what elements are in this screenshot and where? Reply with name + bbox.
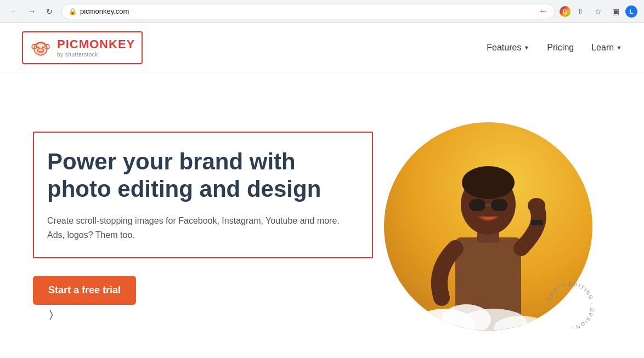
svg-rect-16 — [531, 220, 543, 225]
learn-chevron-icon: ▼ — [616, 44, 622, 51]
back-button[interactable]: ← — [7, 4, 22, 19]
hero-section: Power your brand with photo editing and … — [0, 72, 644, 358]
hero-woman-illustration — [411, 128, 565, 331]
start-free-trial-button[interactable]: Start a free trial — [33, 276, 136, 305]
logo-area[interactable]: PICMONKEY by shutterstock — [22, 31, 143, 64]
browser-nav-buttons: ← → ↻ — [7, 4, 57, 19]
screenshot-button[interactable]: ▣ — [608, 4, 623, 19]
refresh-button[interactable]: ↻ — [42, 4, 57, 19]
url-text: picmonkey.com — [80, 7, 535, 15]
hero-content: Power your brand with photo editing and … — [33, 132, 373, 321]
lock-icon: 🔒 — [69, 8, 77, 15]
svg-rect-12 — [469, 199, 485, 211]
svg-point-11 — [462, 166, 515, 199]
svg-point-15 — [528, 198, 545, 213]
nav-pricing-label: Pricing — [547, 43, 574, 53]
nav-learn-label: Learn — [591, 43, 614, 53]
share-button[interactable]: ⇧ — [573, 4, 588, 19]
profile-avatar[interactable]: L — [625, 5, 637, 18]
nav-learn[interactable]: Learn ▼ — [591, 43, 622, 53]
svg-point-4 — [37, 46, 39, 48]
address-bar[interactable]: 🔒 picmonkey.com ← — [61, 4, 555, 19]
svg-point-5 — [42, 46, 44, 48]
ring-text-decoration: · PHOTO EDITING · DESIGN · — [543, 279, 598, 333]
hero-text-box: Power your brand with photo editing and … — [33, 132, 373, 259]
main-nav: Features ▼ Pricing Learn ▼ — [487, 43, 622, 53]
logo-sub-text: by shutterstock — [57, 52, 135, 58]
annotation-arrow: ← — [538, 5, 548, 17]
browser-actions: G ⇧ ☆ ▣ L — [560, 4, 637, 19]
website-content: PICMONKEY by shutterstock Features ▼ Pri… — [0, 23, 644, 358]
bookmark-button[interactable]: ☆ — [590, 4, 606, 19]
nav-pricing[interactable]: Pricing — [547, 43, 574, 53]
logo-brand-name: PICMONKEY — [57, 37, 135, 52]
browser-chrome: ← → ↻ 🔒 picmonkey.com ← G ⇧ ☆ ▣ L — [0, 0, 644, 23]
logo-text-area: PICMONKEY by shutterstock — [57, 37, 135, 58]
svg-rect-13 — [491, 199, 507, 211]
site-header: PICMONKEY by shutterstock Features ▼ Pri… — [0, 23, 644, 72]
google-icon: G — [560, 6, 570, 17]
svg-text:· PHOTO EDITING · DESIGN ·: · PHOTO EDITING · DESIGN · — [546, 281, 595, 330]
features-chevron-icon: ▼ — [523, 44, 529, 51]
nav-features-label: Features — [487, 43, 521, 53]
hero-title: Power your brand with photo editing and … — [47, 148, 354, 203]
hero-subtitle: Create scroll-stopping images for Facebo… — [47, 214, 354, 242]
forward-button[interactable]: → — [24, 4, 39, 19]
picmonkey-logo-icon — [30, 37, 52, 59]
nav-features[interactable]: Features ▼ — [487, 43, 529, 53]
cursor-icon: 〉 — [49, 308, 373, 321]
hero-image-area: · PHOTO EDITING · DESIGN · — [373, 103, 603, 350]
